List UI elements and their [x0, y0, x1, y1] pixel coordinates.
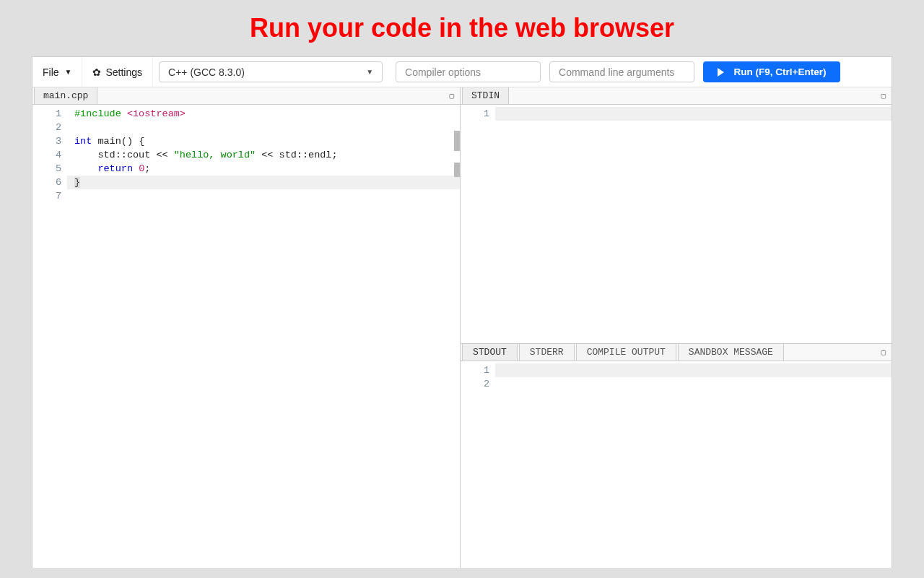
toolbar: File ▼ ✿ Settings C++ (GCC 8.3.0) ▼ Run …: [32, 57, 892, 87]
tab-stdin[interactable]: STDIN: [462, 87, 509, 104]
scrollbar-thumb[interactable]: [454, 163, 460, 177]
stdin-code[interactable]: [495, 105, 892, 343]
play-icon: [718, 68, 724, 77]
caret-down-icon: ▼: [366, 68, 373, 76]
output-panel: STDOUTSTDERRCOMPILE OUTPUTSANDBOX MESSAG…: [461, 344, 892, 568]
stdin-tab-label: STDIN: [471, 90, 500, 101]
run-label: Run (F9, Ctrl+Enter): [734, 66, 827, 77]
file-label: File: [43, 66, 59, 78]
stdin-editor[interactable]: 1: [461, 105, 892, 343]
compiler-options-input[interactable]: [396, 61, 541, 82]
maximize-icon[interactable]: ▢: [875, 344, 892, 361]
file-menu[interactable]: File ▼: [32, 57, 82, 87]
tab-stderr[interactable]: STDERR: [519, 344, 575, 361]
code-editor[interactable]: 1234567 #include <iostream> int main() {…: [32, 105, 460, 568]
editor-gutter: 1234567: [32, 105, 67, 568]
output-tabs: STDOUTSTDERRCOMPILE OUTPUTSANDBOX MESSAG…: [461, 344, 892, 361]
tab-compile-output[interactable]: COMPILE OUTPUT: [576, 344, 676, 361]
language-select[interactable]: C++ (GCC 8.3.0) ▼: [159, 61, 383, 82]
editor-tabs: main.cpp ▢: [32, 87, 460, 105]
scrollbar-thumb[interactable]: [454, 131, 460, 151]
stdin-panel: STDIN ▢ 1: [461, 87, 892, 344]
stdin-tabs: STDIN ▢: [461, 87, 892, 105]
cmdline-args-input[interactable]: [549, 61, 694, 82]
tab-sandbox-message[interactable]: SANDBOX MESSAGE: [678, 344, 784, 361]
output-gutter: 12: [461, 361, 495, 568]
settings-button[interactable]: ✿ Settings: [82, 57, 153, 87]
settings-label: Settings: [105, 66, 142, 78]
tab-stdout[interactable]: STDOUT: [462, 344, 518, 361]
tab-filename: main.cpp: [43, 90, 88, 101]
stdin-gutter: 1: [461, 105, 495, 343]
maximize-icon[interactable]: ▢: [443, 87, 460, 104]
run-button[interactable]: Run (F9, Ctrl+Enter): [703, 61, 840, 82]
workspace: main.cpp ▢ 1234567 #include <iostream> i…: [32, 87, 892, 568]
gear-icon: ✿: [92, 66, 101, 78]
maximize-icon[interactable]: ▢: [875, 87, 892, 104]
ide-panel: File ▼ ✿ Settings C++ (GCC 8.3.0) ▼ Run …: [32, 56, 892, 568]
headline: Run your code in the web browser: [0, 0, 924, 56]
language-value: C++ (GCC 8.3.0): [168, 66, 245, 78]
output-code: hello, world: [495, 361, 892, 568]
editor-code[interactable]: #include <iostream> int main() { std::co…: [67, 105, 460, 568]
editor-column: main.cpp ▢ 1234567 #include <iostream> i…: [32, 87, 461, 568]
output-editor: 12 hello, world: [461, 361, 892, 568]
io-column: STDIN ▢ 1 STDOUTSTDERRCOMPILE OUTPUTSAND…: [461, 87, 892, 568]
tab-main-cpp[interactable]: main.cpp: [34, 87, 97, 104]
caret-down-icon: ▼: [65, 68, 72, 76]
